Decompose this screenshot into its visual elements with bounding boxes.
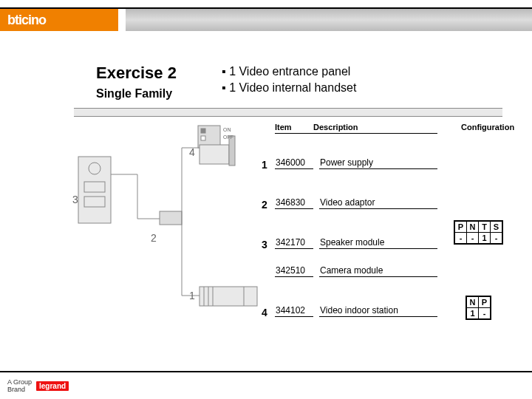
diagram-label-1: 1 [189, 290, 195, 301]
cfg-header: P [479, 297, 491, 308]
row-number: 3 [262, 239, 267, 250]
diagram-svg [74, 123, 266, 315]
diagram-label-2: 2 [151, 232, 157, 244]
cfg-value: - [479, 308, 491, 319]
footer-divider [0, 371, 532, 372]
brand-logo-text: bticino [7, 13, 46, 28]
row-number: 2 [262, 199, 267, 211]
title-block: Exercise 2 Single Family [96, 64, 207, 100]
item-description: Video adaptor [319, 197, 437, 209]
cfg-header: N [467, 297, 479, 308]
footer: A Group Brand legrand [7, 378, 69, 393]
svg-rect-12 [201, 136, 205, 140]
bullet-list: 1 Video entrance panel 1 Video internal … [222, 64, 356, 97]
footer-group-text: A Group [7, 378, 32, 386]
item-code: 344102 [275, 305, 313, 317]
cfg-header: T [479, 222, 491, 233]
col-header-item: Item [275, 123, 313, 132]
bullet-item: 1 Video entrance panel [222, 64, 356, 80]
legrand-badge: legrand [36, 381, 69, 391]
item-description: Speaker module [319, 237, 437, 249]
item-description: Camera module [319, 265, 437, 277]
top-bar: bticino [0, 0, 532, 34]
diagram-label-3: 3 [72, 194, 78, 205]
footer-brand-text: Brand [7, 386, 25, 393]
table-header-row: Item Description [275, 123, 437, 134]
page-title: Exercise 2 [96, 64, 207, 83]
top-bar-gradient [126, 9, 532, 31]
item-code: 342170 [275, 237, 313, 249]
cfg-header: P [455, 222, 467, 233]
table-row: 342510 Camera module [275, 253, 437, 282]
cfg-value: 1 [479, 233, 491, 244]
cfg-header: S [491, 222, 502, 233]
cfg-header: N [467, 222, 479, 233]
row-number: 1 [262, 159, 267, 171]
row-number: 4 [262, 307, 267, 318]
configuration-box-pnts: P N T S - - 1 - [454, 220, 503, 245]
items-table: Item Description 1 346000 Power supply 2… [275, 123, 437, 321]
wiring-diagram: 3 2 1 4 ON OFF [74, 123, 266, 315]
cfg-value: - [491, 233, 502, 244]
table-row: 4 344102 Video indoor station [275, 282, 437, 321]
item-description: Power supply [319, 157, 437, 169]
diagram-label-4: 4 [189, 146, 195, 158]
item-code: 342510 [275, 265, 313, 277]
switch-on-label: ON [223, 127, 231, 132]
col-header-configuration: Configuration [461, 123, 514, 132]
switch-off-label: OFF [223, 134, 233, 140]
brand-badge: bticino [0, 9, 118, 31]
table-row: 3 342170 Speaker module [275, 214, 437, 253]
configuration-box-np: N P 1 - [466, 296, 491, 320]
svg-rect-4 [160, 211, 182, 225]
svg-rect-14 [229, 136, 235, 166]
svg-rect-11 [201, 129, 205, 133]
svg-rect-0 [78, 157, 111, 223]
cfg-value: - [455, 233, 467, 244]
cfg-value: 1 [467, 308, 479, 319]
table-row: 1 346000 Power supply [275, 134, 437, 174]
cfg-value: - [467, 233, 479, 244]
bullet-item: 1 Video internal handset [222, 80, 356, 96]
item-description: Video indoor station [319, 305, 437, 317]
separator-bar [74, 108, 502, 117]
svg-rect-13 [200, 145, 229, 164]
table-row: 2 346830 Video adaptor [275, 174, 437, 214]
col-header-description: Description [313, 123, 417, 132]
item-code: 346830 [275, 197, 313, 209]
page-subtitle: Single Family [96, 87, 207, 100]
item-code: 346000 [275, 157, 313, 169]
